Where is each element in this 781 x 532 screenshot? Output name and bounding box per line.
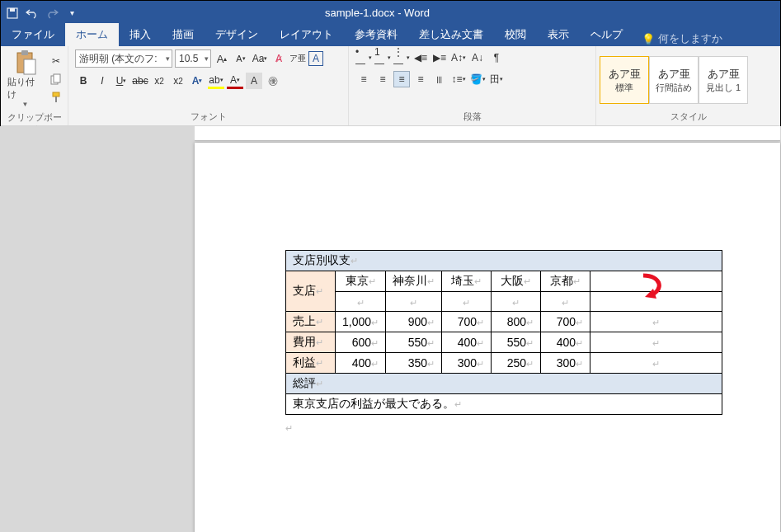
align-center-icon[interactable]: ≡: [374, 71, 391, 87]
row-cost: 費用↵: [286, 332, 336, 353]
font-name-combo[interactable]: 游明朝 (本文のフ:: [75, 49, 172, 68]
style-preview: あア亜: [658, 67, 690, 82]
menu-review[interactable]: 校閲: [494, 23, 537, 46]
undo-icon[interactable]: [26, 7, 39, 20]
empty-cell: ↵: [442, 292, 492, 312]
change-case-icon[interactable]: Aa▾: [252, 50, 268, 67]
document-area[interactable]: 支店別収支↵ 支店↵ 東京↵ 神奈川↵ 埼玉↵ 大阪↵ 京都↵ ↵↵↵↵↵ 売上…: [0, 126, 781, 532]
style-normal[interactable]: あア亜 標準: [600, 56, 649, 104]
svg-rect-7: [53, 92, 59, 97]
menu-draw[interactable]: 描画: [162, 23, 205, 46]
table-title: 支店別収支↵: [286, 251, 722, 271]
empty-cell: ↵: [492, 292, 541, 312]
text-effects-icon[interactable]: A▾: [189, 73, 205, 89]
page[interactable]: 支店別収支↵ 支店↵ 東京↵ 神奈川↵ 埼玉↵ 大阪↵ 京都↵ ↵↵↵↵↵ 売上…: [195, 143, 780, 532]
styles-gallery[interactable]: あア亜 標準 あア亜 行間詰め あア亜 見出し 1: [600, 56, 748, 104]
rowhead-branch: 支店↵: [286, 271, 336, 312]
menu-file[interactable]: ファイル: [1, 23, 65, 46]
borders-icon[interactable]: 田▾: [488, 71, 505, 87]
svg-rect-1: [10, 8, 15, 12]
style-h1[interactable]: あア亜 見出し 1: [699, 56, 748, 104]
style-nospace[interactable]: あア亜 行間詰め: [649, 56, 699, 104]
distributed-icon[interactable]: ⫼: [431, 71, 448, 87]
strike-icon[interactable]: abc: [132, 73, 148, 89]
highlight-icon[interactable]: ab▾: [208, 73, 224, 89]
dec-indent-icon[interactable]: ◀≡: [412, 49, 429, 66]
col-kanagawa: 神奈川↵: [386, 271, 442, 292]
enclose-char-icon[interactable]: ㊝: [265, 73, 281, 89]
col-kyoto: 京都↵: [541, 271, 590, 292]
empty-cell: ↵: [336, 292, 386, 312]
font-color-icon[interactable]: A▾: [227, 73, 243, 89]
menu-layout[interactable]: レイアウト: [269, 23, 344, 46]
comment-header: 総評↵: [286, 374, 722, 394]
redo-icon[interactable]: [45, 7, 59, 20]
tell-me-label: 何をしますか: [658, 31, 722, 46]
align-right-icon[interactable]: ≡: [393, 71, 410, 87]
font-size-combo[interactable]: 10.5: [175, 49, 211, 68]
char-border-icon[interactable]: A: [308, 51, 323, 66]
menu-references[interactable]: 参考資料: [344, 23, 408, 46]
menu-view[interactable]: 表示: [537, 23, 580, 46]
superscript-icon[interactable]: x2: [170, 73, 186, 89]
numbering-icon[interactable]: 1—▾: [374, 49, 391, 66]
ribbon: 貼り付け ▼ ✂ クリップボード 游明朝 (本文のフ: 10.5 A▴ A▾ A…: [1, 46, 780, 126]
menu-design[interactable]: デザイン: [205, 23, 269, 46]
comment-body: 東京支店の利益が最大である。↵: [286, 394, 722, 415]
justify-icon[interactable]: ≡: [412, 71, 429, 87]
bullets-icon[interactable]: • —▾: [355, 49, 372, 66]
svg-rect-3: [21, 50, 28, 55]
row-sales: 売上↵: [286, 312, 336, 332]
empty-cell: ↵: [386, 292, 442, 312]
style-normal-label: 標準: [615, 82, 633, 94]
multilevel-icon[interactable]: ⋮—▾: [393, 49, 410, 66]
cut-icon[interactable]: ✂: [48, 53, 64, 69]
table-row: 利益↵ 400↵ 350↵ 300↵ 250↵ 300↵ ↵: [286, 353, 722, 374]
bold-icon[interactable]: B: [75, 73, 92, 89]
show-marks-icon[interactable]: ¶: [488, 49, 505, 66]
style-h1-label: 見出し 1: [706, 82, 741, 94]
svg-rect-8: [55, 97, 57, 102]
tell-me[interactable]: 💡 何をしますか: [633, 31, 731, 46]
paragraph-mark: ↵: [285, 423, 293, 434]
shading-icon[interactable]: 🪣▾: [469, 71, 486, 87]
menu-help[interactable]: ヘルプ: [580, 23, 633, 46]
empty-cell: ↵: [541, 292, 590, 312]
clear-format-icon[interactable]: A̷: [271, 50, 287, 67]
format-painter-icon[interactable]: [48, 89, 64, 106]
lightbulb-icon: 💡: [642, 33, 655, 45]
style-preview: あア亜: [609, 67, 641, 82]
inc-indent-icon[interactable]: ▶≡: [431, 49, 448, 66]
menu-mailings[interactable]: 差し込み文書: [408, 23, 494, 46]
group-paragraph-label: 段落: [352, 109, 592, 125]
subscript-icon[interactable]: x2: [151, 73, 167, 89]
title-bar: ▾ sample-1.docx - Word: [1, 1, 780, 25]
clipboard-icon: [14, 49, 37, 76]
menu-home[interactable]: ホーム: [65, 23, 119, 46]
paste-button[interactable]: 貼り付け ▼: [4, 48, 46, 110]
save-icon[interactable]: [6, 7, 19, 20]
shrink-font-icon[interactable]: A▾: [233, 50, 249, 67]
svg-rect-4: [24, 59, 35, 74]
empty-cell: ↵: [590, 353, 722, 374]
group-font-label: フォント: [72, 109, 345, 125]
phonetic-guide-icon[interactable]: ア亜: [289, 50, 306, 67]
grow-font-icon[interactable]: A▴: [214, 50, 230, 67]
menu-insert[interactable]: 挿入: [119, 23, 162, 46]
table-row: 売上↵ 1,000↵ 900↵ 700↵ 800↵ 700↵ ↵: [286, 312, 722, 332]
copy-icon[interactable]: [48, 71, 64, 87]
text-direction-icon[interactable]: A↕▾: [450, 49, 467, 66]
ruler[interactable]: [195, 126, 780, 141]
group-styles-label: スタイル: [600, 109, 777, 125]
qat-customize-icon[interactable]: ▾: [65, 7, 78, 20]
empty-cell: ↵: [590, 312, 722, 332]
sort-icon[interactable]: A↓: [469, 49, 486, 66]
col-osaka: 大阪↵: [492, 271, 541, 292]
line-spacing-icon[interactable]: ↕≡▾: [450, 71, 467, 87]
annotation-arrow-icon: [637, 271, 670, 304]
italic-icon[interactable]: I: [94, 73, 111, 89]
underline-icon[interactable]: U▾: [113, 73, 129, 89]
quick-access-toolbar: ▾: [6, 7, 78, 20]
align-left-icon[interactable]: ≡: [355, 71, 372, 87]
char-shading-icon[interactable]: A: [246, 73, 262, 89]
